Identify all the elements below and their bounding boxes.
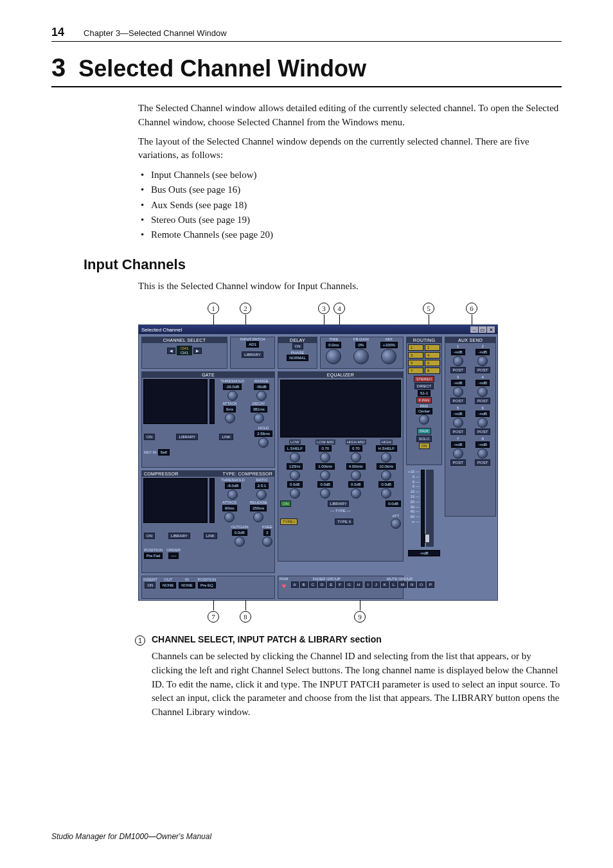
insert-in-value[interactable]: NONE [179, 582, 195, 589]
pair-heart-icon[interactable]: ♥ [281, 581, 286, 590]
bus-button[interactable]: 6 [425, 360, 440, 366]
aux-knob[interactable] [477, 387, 488, 397]
fader-group-button[interactable]: C [309, 581, 317, 588]
phase-value[interactable]: NORMAL [287, 355, 308, 361]
comp-knee-knob[interactable] [262, 536, 272, 547]
mute-group-button[interactable]: K [381, 581, 389, 588]
solo-button[interactable]: SOLO [416, 436, 432, 442]
eq-f-knob[interactable] [381, 470, 391, 481]
aux-knob[interactable] [453, 448, 463, 459]
fader-group-button[interactable]: A [291, 581, 299, 588]
eq-q-knob[interactable] [351, 452, 361, 463]
input-patch-value[interactable]: AD1 [246, 341, 259, 348]
channel-prev-button[interactable]: ◀ [167, 348, 175, 354]
aux-post-button[interactable]: POST [475, 429, 490, 435]
eq-type1-button[interactable]: TYPE I [280, 518, 298, 525]
eq-library-button[interactable]: LIBRARY [328, 500, 350, 507]
eq-f-knob[interactable] [351, 470, 361, 481]
mute-group-button[interactable]: P [427, 581, 434, 588]
comp-release-knob[interactable] [253, 512, 263, 522]
mute-group-button[interactable]: L [390, 581, 397, 588]
eq-f-knob[interactable] [320, 470, 330, 481]
aux-knob[interactable] [453, 356, 463, 366]
window-titlebar[interactable]: Selected Channel – ▭ ✕ [139, 325, 497, 334]
eq-q-knob[interactable] [290, 452, 300, 463]
comp-link-button[interactable]: LINK [204, 533, 217, 539]
bus-button[interactable]: 5 [408, 360, 423, 366]
eq-g-knob[interactable] [290, 488, 300, 499]
mute-group-button[interactable]: N [408, 581, 416, 588]
channel-name[interactable]: CH1 [181, 351, 188, 355]
fader-group-button[interactable]: H [355, 581, 362, 588]
fader-cap-icon[interactable] [425, 534, 430, 543]
fader-group-button[interactable]: B [300, 581, 308, 588]
bus-button[interactable]: 2 [425, 344, 440, 351]
delay-on-button[interactable]: ON [292, 343, 303, 350]
gate-decay-knob[interactable] [254, 413, 264, 423]
gate-on-button[interactable]: ON [144, 434, 155, 440]
aux-post-button[interactable]: POST [450, 367, 466, 373]
on-button[interactable]: ON [419, 443, 430, 449]
gate-link-button[interactable]: LINK [219, 434, 233, 440]
aux-post-button[interactable]: POST [450, 429, 466, 435]
aux-post-button[interactable]: POST [475, 459, 490, 466]
fbgain-knob[interactable] [353, 349, 369, 364]
channel-next-button[interactable]: ▶ [193, 348, 202, 354]
gate-range-knob[interactable] [256, 391, 267, 401]
gate-keyin-value[interactable]: Self [158, 449, 170, 456]
aux-knob[interactable] [477, 448, 488, 459]
gate-hold-knob[interactable] [258, 438, 269, 448]
gate-threshold-knob[interactable] [227, 391, 238, 401]
comp-ratio-knob[interactable] [256, 490, 267, 500]
fader-group-button[interactable]: E [327, 581, 335, 588]
bus-button[interactable]: 7 [408, 368, 423, 374]
stereo-button[interactable]: STEREO [414, 376, 435, 382]
channel-id[interactable]: CH1 [181, 346, 188, 350]
bus-button[interactable]: 4 [425, 352, 440, 359]
fpan-button[interactable]: F.PAN [416, 397, 432, 403]
close-icon[interactable]: ✕ [487, 326, 495, 333]
pair-button[interactable]: PAIR [417, 428, 431, 434]
bus-button[interactable]: 1 [408, 344, 423, 351]
mute-group-button[interactable]: O [417, 581, 425, 588]
fader-group-button[interactable]: F [336, 581, 344, 588]
mute-group-button[interactable]: M [398, 581, 407, 588]
comp-library-button[interactable]: LIBRARY [168, 533, 190, 539]
comp-order-value[interactable]: ---- [168, 553, 179, 559]
aux-knob[interactable] [477, 418, 488, 428]
insert-position-value[interactable]: Pre EQ [198, 582, 216, 589]
fader-group-button[interactable]: G [345, 581, 353, 588]
insert-out-value[interactable]: NONE [160, 582, 176, 589]
aux-knob[interactable] [477, 356, 488, 366]
aux-post-button[interactable]: POST [475, 398, 490, 404]
eq-q-knob[interactable] [320, 452, 330, 463]
comp-outgain-knob[interactable] [235, 536, 245, 547]
aux-post-button[interactable]: POST [450, 459, 466, 466]
mute-group-button[interactable]: I [365, 581, 371, 588]
time-knob[interactable] [326, 349, 341, 364]
aux-post-button[interactable]: POST [450, 398, 466, 404]
direct-button[interactable]: DIRECT [414, 383, 434, 389]
gate-attack-knob[interactable] [225, 413, 235, 423]
eq-f-knob[interactable] [290, 470, 300, 481]
minimize-icon[interactable]: – [470, 326, 478, 333]
fader-group-button[interactable]: D [318, 581, 326, 588]
surr-value[interactable]: S1-1 [418, 390, 431, 396]
fader-track[interactable] [426, 470, 434, 547]
eq-att-knob[interactable] [391, 518, 401, 529]
comp-threshold-knob[interactable] [227, 490, 238, 500]
comp-position-value[interactable]: Pre Fad [144, 553, 163, 559]
bus-button[interactable]: 8 [425, 368, 440, 374]
comp-on-button[interactable]: ON [144, 533, 155, 539]
bus-button[interactable]: 3 [408, 352, 423, 359]
eq-type2-button[interactable]: TYPE II [335, 518, 353, 525]
mix-knob[interactable] [381, 349, 396, 364]
eq-g-knob[interactable] [320, 488, 330, 499]
maximize-icon[interactable]: ▭ [479, 326, 486, 333]
mute-group-button[interactable]: J [373, 581, 380, 588]
gate-library-button[interactable]: LIBRARY [176, 434, 198, 440]
insert-on-button[interactable]: ON [145, 582, 155, 589]
aux-post-button[interactable]: POST [475, 367, 490, 373]
eq-g-knob[interactable] [381, 488, 391, 499]
eq-on-button[interactable]: ON [280, 500, 291, 507]
